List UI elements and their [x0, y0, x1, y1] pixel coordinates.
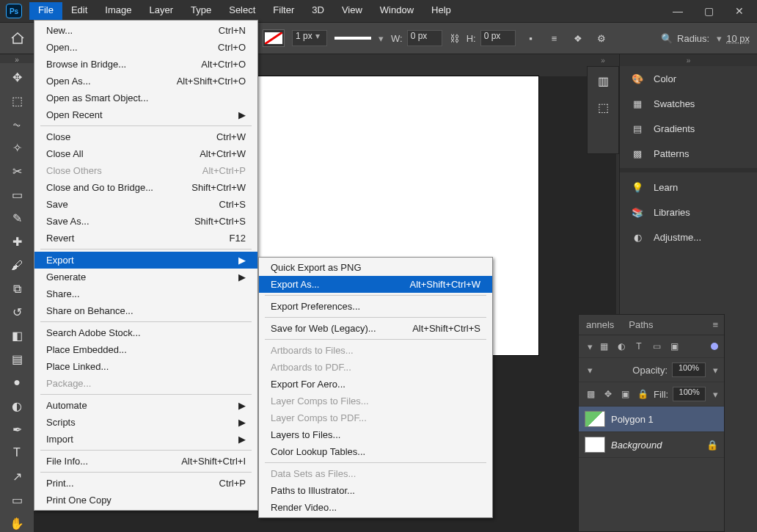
menu-edit[interactable]: Edit [62, 2, 96, 20]
panel-color[interactable]: 🎨Color [620, 66, 757, 91]
link-dimensions-icon[interactable]: ⛓ [450, 33, 459, 44]
search-icon[interactable]: 🔍 [661, 33, 673, 44]
menu-item-open-recent[interactable]: Open Recent▶ [34, 106, 257, 123]
menu-item-open[interactable]: Open...Ctrl+O [34, 39, 257, 56]
menu-item-search-adobe-stock[interactable]: Search Adobe Stock... [34, 324, 257, 341]
menu-item-open-as[interactable]: Open As...Alt+Shift+Ctrl+O [34, 73, 257, 90]
properties-icon[interactable]: ▥ [593, 71, 613, 90]
menu-item-scripts[interactable]: Scripts▶ [34, 414, 257, 431]
menu-select[interactable]: Select [220, 2, 264, 20]
menu-item-save-for-web-legacy[interactable]: Save for Web (Legacy)...Alt+Shift+Ctrl+S [259, 320, 492, 337]
tool-crop[interactable]: ✂ [7, 163, 27, 181]
lock-transparent-icon[interactable]: ▩ [585, 387, 598, 401]
gear-icon[interactable]: ⚙ [593, 31, 610, 45]
radius-value[interactable]: 10 px [726, 33, 750, 44]
window-maximize-button[interactable]: ▢ [701, 4, 716, 18]
tool-dodge[interactable]: ◐ [7, 397, 27, 415]
tool-healing[interactable]: ✚ [7, 233, 27, 251]
panel-gradients[interactable]: ▤Gradients [620, 116, 757, 141]
tool-clone[interactable]: ⧉ [7, 280, 27, 298]
menu-item-export[interactable]: Export▶ [34, 252, 257, 269]
smart-filter-icon[interactable]: ▣ [668, 340, 681, 353]
lock-all-icon[interactable]: 🔒 [637, 387, 650, 401]
shape-filter-icon[interactable]: ▭ [650, 340, 663, 353]
menu-file[interactable]: File [29, 2, 62, 20]
lock-move-icon[interactable]: ✥ [602, 387, 615, 401]
panel-swatches[interactable]: ▦Swatches [620, 91, 757, 116]
menu-item-export-for-aero[interactable]: Export For Aero... [259, 376, 492, 393]
stroke-width-input[interactable]: 1 px [292, 30, 327, 46]
menu-item-generate[interactable]: Generate▶ [34, 269, 257, 285]
menu-item-render-video[interactable]: Render Video... [259, 499, 492, 516]
menu-window[interactable]: Window [371, 2, 423, 20]
menu-item-automate[interactable]: Automate▶ [34, 397, 257, 414]
tool-hand[interactable]: ✋ [7, 514, 27, 532]
tool-blur[interactable]: ● [7, 374, 27, 391]
menu-item-share[interactable]: Share... [34, 285, 257, 302]
layer-item[interactable]: Polygon 1 [579, 407, 724, 432]
menu-item-new[interactable]: New...Ctrl+N [34, 22, 257, 39]
tab-channels[interactable]: annels [579, 315, 621, 335]
menu-item-browse-in-bridge[interactable]: Browse in Bridge...Alt+Ctrl+O [34, 56, 257, 73]
menu-image[interactable]: Image [96, 2, 140, 20]
width-input[interactable]: 0 px [407, 30, 442, 46]
menu-item-file-info[interactable]: File Info...Alt+Shift+Ctrl+I [34, 453, 257, 470]
menu-type[interactable]: Type [182, 2, 220, 20]
align-icon[interactable]: ≡ [546, 31, 563, 45]
tool-eraser[interactable]: ◧ [7, 327, 27, 344]
menu-item-open-as-smart-object[interactable]: Open as Smart Object... [34, 90, 257, 106]
shape-fill-swatch[interactable] [263, 29, 285, 47]
arrange-icon[interactable]: ❖ [570, 31, 586, 45]
menu-item-import[interactable]: Import▶ [34, 431, 257, 448]
menu-item-revert[interactable]: RevertF12 [34, 230, 257, 247]
menu-item-color-lookup-tables[interactable]: Color Lookup Tables... [259, 443, 492, 460]
tool-wand[interactable]: ✧ [7, 139, 27, 157]
layer-filter-dropdown[interactable] [585, 341, 593, 352]
image-filter-icon[interactable]: ▦ [597, 340, 610, 353]
menu-item-paths-to-illustrator[interactable]: Paths to Illustrator... [259, 482, 492, 499]
tool-path[interactable]: ↗ [7, 467, 27, 485]
tool-history[interactable]: ↺ [7, 304, 27, 321]
opacity-input[interactable]: 100% [672, 362, 706, 377]
right-panel-collapse-icon[interactable]: » [620, 54, 757, 66]
panel-adjustme[interactable]: ◐Adjustme... [620, 225, 757, 249]
adjust-filter-icon[interactable]: ◐ [615, 340, 628, 353]
menu-layer[interactable]: Layer [141, 2, 183, 20]
mini-panel-collapse-icon[interactable]: » [587, 54, 619, 66]
menu-item-place-linked[interactable]: Place Linked... [34, 358, 257, 375]
stroke-style-preview[interactable] [334, 37, 371, 40]
lock-nested-icon[interactable]: ▣ [619, 387, 632, 401]
tool-pen[interactable]: ✒ [7, 420, 27, 438]
menu-item-place-embedded[interactable]: Place Embedded... [34, 341, 257, 358]
tool-lasso[interactable]: ⏦ [7, 116, 27, 134]
fill-input[interactable]: 100% [673, 387, 706, 401]
filter-toggle[interactable] [711, 343, 718, 350]
menu-item-layers-to-files[interactable]: Layers to Files... [259, 426, 492, 443]
menu-item-quick-export-as-png[interactable]: Quick Export as PNG [259, 259, 492, 276]
tool-move[interactable]: ✥ [7, 69, 27, 87]
blend-mode-dropdown[interactable] [585, 365, 593, 376]
menu-item-close[interactable]: CloseCtrl+W [34, 128, 257, 145]
menu-filter[interactable]: Filter [264, 2, 303, 20]
menu-item-export-as[interactable]: Export As...Alt+Shift+Ctrl+W [259, 276, 492, 293]
path-ops-icon[interactable]: ▪ [523, 31, 539, 45]
height-input[interactable]: 0 px [480, 30, 516, 46]
menu-item-save[interactable]: SaveCtrl+S [34, 196, 257, 213]
tab-paths[interactable]: Paths [621, 315, 660, 335]
panel-libraries[interactable]: 📚Libraries [620, 200, 757, 225]
panel-patterns[interactable]: ▩Patterns [620, 141, 757, 166]
tool-marquee[interactable]: ⬚ [7, 92, 27, 110]
menu-3d[interactable]: 3D [303, 2, 333, 20]
tool-rectangle[interactable]: ▭ [7, 491, 27, 509]
menu-view[interactable]: View [333, 2, 371, 20]
tool-frame[interactable]: ▭ [7, 186, 27, 204]
tool-eyedropper[interactable]: ✎ [7, 210, 27, 227]
menu-help[interactable]: Help [423, 2, 460, 20]
menu-item-close-all[interactable]: Close AllAlt+Ctrl+W [34, 145, 257, 162]
menu-item-export-preferences[interactable]: Export Preferences... [259, 298, 492, 315]
menu-item-print-one-copy[interactable]: Print One Copy [34, 492, 257, 509]
home-icon[interactable] [7, 28, 28, 48]
menu-item-close-and-go-to-bridge[interactable]: Close and Go to Bridge...Shift+Ctrl+W [34, 179, 257, 196]
tool-gradient[interactable]: ▤ [7, 350, 27, 368]
menu-item-save-as[interactable]: Save As...Shift+Ctrl+S [34, 213, 257, 230]
